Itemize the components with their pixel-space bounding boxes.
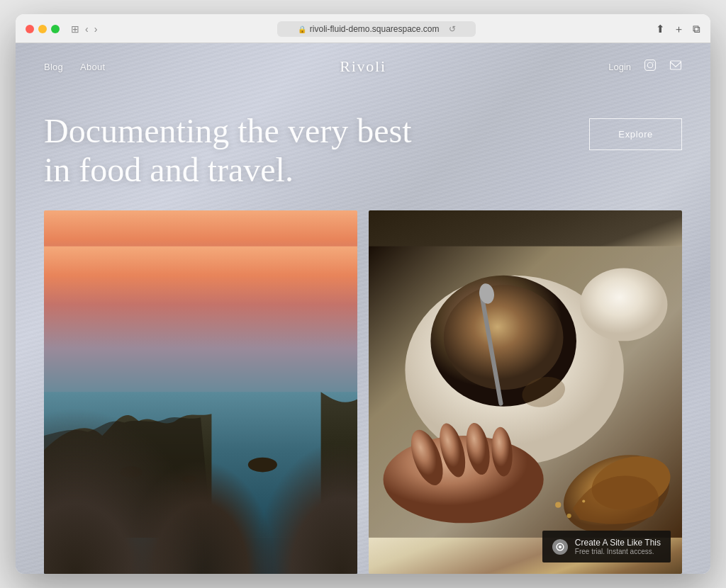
browser-actions: ⬆ ＋ ⧉ <box>656 23 700 36</box>
svg-point-14 <box>444 285 564 390</box>
maximize-button[interactable] <box>51 25 60 33</box>
nav-blog-link[interactable]: Blog <box>44 62 63 72</box>
minimize-button[interactable] <box>38 25 47 33</box>
images-grid: Create A Site Like This Free trial. Inst… <box>16 210 710 574</box>
email-icon[interactable] <box>669 60 682 74</box>
tabs-icon[interactable]: ⧉ <box>693 23 700 35</box>
svg-point-25 <box>567 514 571 518</box>
forward-button[interactable]: › <box>94 23 98 35</box>
svg-point-2 <box>652 62 654 63</box>
browser-chrome: ⊞ ‹ › 🔒 rivoli-fluid-demo.squarespace.co… <box>16 14 710 43</box>
svg-point-8 <box>248 458 277 473</box>
traffic-lights <box>26 25 60 33</box>
nav-left: Blog About <box>44 62 105 72</box>
svg-rect-3 <box>671 61 681 69</box>
svg-point-17 <box>384 436 544 523</box>
url-text: rivoli-fluid-demo.squarespace.com <box>310 24 440 34</box>
browser-window: ⊞ ‹ › 🔒 rivoli-fluid-demo.squarespace.co… <box>16 14 710 574</box>
lock-icon: 🔒 <box>298 26 306 33</box>
squarespace-subtitle: Free trial. Instant access. <box>575 548 661 555</box>
reload-button[interactable]: ↺ <box>449 24 456 34</box>
svg-rect-5 <box>44 392 357 538</box>
svg-point-1 <box>647 62 653 68</box>
svg-point-7 <box>182 476 197 483</box>
browser-controls: ⊞ ‹ › <box>71 23 97 35</box>
nav-about-link[interactable]: About <box>80 62 105 72</box>
svg-rect-4 <box>44 247 357 538</box>
squarespace-logo <box>552 539 568 555</box>
address-bar[interactable]: 🔒 rivoli-fluid-demo.squarespace.com ↺ <box>104 21 649 37</box>
svg-point-26 <box>582 500 585 503</box>
hero-section: Documenting the very best in food and tr… <box>16 90 710 210</box>
coffee-image[interactable]: Create A Site Like This Free trial. Inst… <box>369 210 682 574</box>
close-button[interactable] <box>26 25 34 33</box>
new-tab-icon[interactable]: ＋ <box>674 23 684 36</box>
nav-right: Login <box>608 59 682 74</box>
site-content: Blog About Rivoli Login <box>16 43 710 574</box>
squarespace-text: Create A Site Like This Free trial. Inst… <box>575 538 661 555</box>
site-nav: Blog About Rivoli Login <box>16 43 710 90</box>
sidebar-toggle[interactable]: ⊞ <box>71 23 79 35</box>
instagram-icon[interactable] <box>644 59 657 74</box>
svg-point-12 <box>580 268 667 341</box>
svg-rect-0 <box>645 60 656 71</box>
back-button[interactable]: ‹ <box>85 23 89 35</box>
coastal-image[interactable] <box>44 210 357 574</box>
nav-login-link[interactable]: Login <box>608 62 631 72</box>
hero-headline: Documenting the very best in food and tr… <box>44 111 413 189</box>
explore-button[interactable]: Explore <box>589 118 682 150</box>
svg-point-28 <box>559 545 562 548</box>
squarespace-title: Create A Site Like This <box>575 538 661 548</box>
svg-point-24 <box>555 502 561 508</box>
nav-brand[interactable]: Rivoli <box>340 57 386 76</box>
share-icon[interactable]: ⬆ <box>656 23 665 35</box>
squarespace-banner[interactable]: Create A Site Like This Free trial. Inst… <box>542 531 671 562</box>
svg-point-6 <box>121 467 143 478</box>
